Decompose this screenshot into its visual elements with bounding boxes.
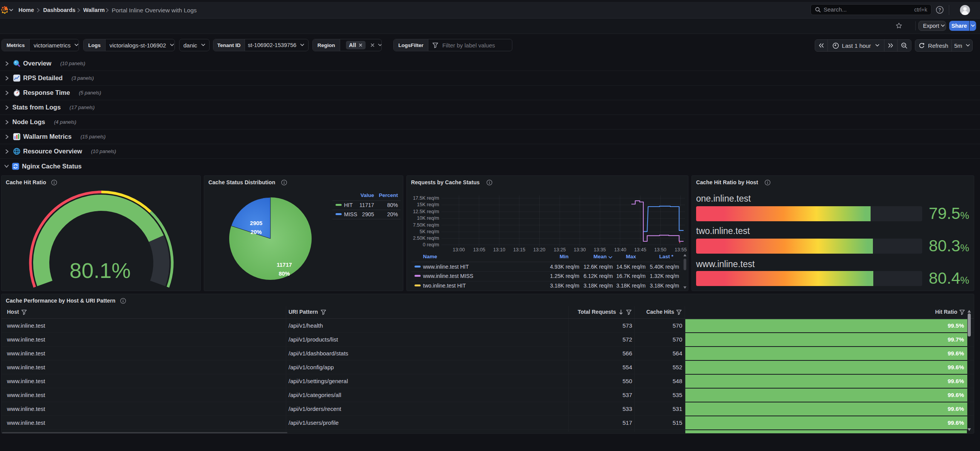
svg-text:?: ? [938, 7, 941, 13]
